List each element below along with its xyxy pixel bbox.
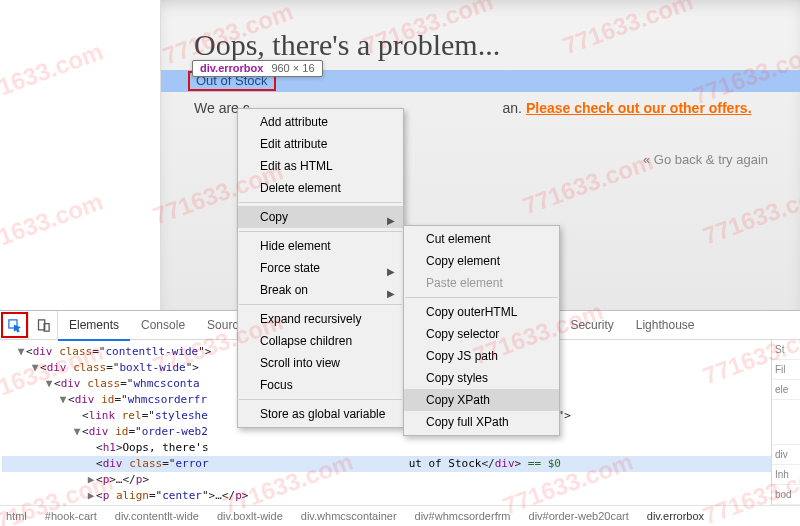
other-offers-link[interactable]: Please check out our other offers. <box>526 100 752 116</box>
menu-separator <box>239 304 402 305</box>
dom-row[interactable]: <h1>Oops, there's <box>2 440 771 456</box>
dom-row[interactable]: ▶<p>…</p> <box>2 472 771 488</box>
tab-elements[interactable]: Elements <box>58 311 130 341</box>
side-row[interactable]: ele <box>772 380 800 400</box>
side-row[interactable]: Fil <box>772 360 800 380</box>
menu-store-global[interactable]: Store as global variable <box>238 403 403 425</box>
menu-add-attribute[interactable]: Add attribute <box>238 111 403 133</box>
menu-scroll-into-view[interactable]: Scroll into view <box>238 352 403 374</box>
menu-separator <box>405 297 558 298</box>
menu-copy-xpath[interactable]: Copy XPath <box>404 389 559 411</box>
device-toolbar-button[interactable] <box>29 311 58 339</box>
menu-copy-element[interactable]: Copy element <box>404 250 559 272</box>
tab-lighthouse[interactable]: Lighthouse <box>625 311 706 339</box>
side-row[interactable]: Inh <box>772 465 800 485</box>
side-row[interactable]: St <box>772 340 800 360</box>
menu-focus[interactable]: Focus <box>238 374 403 396</box>
submenu-arrow-icon: ▶ <box>387 210 395 232</box>
dom-row-selected[interactable]: <div class="errorut of Stock</div> == $0 <box>2 456 771 472</box>
menu-delete-element[interactable]: Delete element <box>238 177 403 199</box>
menu-copy-js-path[interactable]: Copy JS path <box>404 345 559 367</box>
menu-separator <box>239 231 402 232</box>
side-row[interactable]: bod <box>772 485 800 505</box>
menu-copy[interactable]: Copy▶ <box>238 206 403 228</box>
tooltip-selector: div.errorbox <box>200 62 263 74</box>
menu-separator <box>239 399 402 400</box>
context-submenu-copy[interactable]: Cut element Copy element Paste element C… <box>403 225 560 436</box>
crumb-item[interactable]: html <box>6 510 27 522</box>
menu-expand-recursively[interactable]: Expand recursively <box>238 308 403 330</box>
crumb-item[interactable]: #hook-cart <box>45 510 97 522</box>
dom-row[interactable]: ▶<p align="center">…</p> <box>2 488 771 504</box>
context-menu[interactable]: Add attribute Edit attribute Edit as HTM… <box>237 108 404 428</box>
menu-cut-element[interactable]: Cut element <box>404 228 559 250</box>
side-row[interactable]: div <box>772 445 800 465</box>
inspect-element-button[interactable] <box>0 311 29 339</box>
menu-copy-styles[interactable]: Copy styles <box>404 367 559 389</box>
menu-collapse-children[interactable]: Collapse children <box>238 330 403 352</box>
page-heading: Oops, there's a problem... <box>194 28 782 62</box>
menu-break-on[interactable]: Break on▶ <box>238 279 403 301</box>
msg-suffix: an. <box>503 100 526 116</box>
menu-hide-element[interactable]: Hide element <box>238 235 403 257</box>
crumb-item-current[interactable]: div.errorbox <box>647 510 704 522</box>
menu-copy-selector[interactable]: Copy selector <box>404 323 559 345</box>
menu-copy-full-xpath[interactable]: Copy full XPath <box>404 411 559 433</box>
menu-separator <box>239 202 402 203</box>
submenu-arrow-icon: ▶ <box>387 283 395 305</box>
crumb-item[interactable]: div.whmcscontainer <box>301 510 397 522</box>
menu-copy-outerhtml[interactable]: Copy outerHTML <box>404 301 559 323</box>
styles-pane[interactable]: St Fil ele div Inh bod <box>771 340 800 505</box>
tab-security[interactable]: Security <box>559 311 624 339</box>
go-back-link[interactable]: « Go back & try again <box>643 152 768 167</box>
menu-edit-attribute[interactable]: Edit attribute <box>238 133 403 155</box>
element-tooltip: div.errorbox 960 × 16 <box>192 60 323 77</box>
menu-force-state[interactable]: Force state▶ <box>238 257 403 279</box>
crumb-item[interactable]: div#order-web20cart <box>529 510 629 522</box>
tooltip-dimensions: 960 × 16 <box>271 62 314 74</box>
crumb-item[interactable]: div.boxlt-wide <box>217 510 283 522</box>
crumb-item[interactable]: div#whmcsorderfrm <box>415 510 511 522</box>
menu-paste-element: Paste element <box>404 272 559 294</box>
menu-edit-as-html[interactable]: Edit as HTML <box>238 155 403 177</box>
tab-console[interactable]: Console <box>130 311 196 339</box>
crumb-item[interactable]: div.contentlt-wide <box>115 510 199 522</box>
dom-breadcrumb[interactable]: html #hook-cart div.contentlt-wide div.b… <box>0 505 800 526</box>
